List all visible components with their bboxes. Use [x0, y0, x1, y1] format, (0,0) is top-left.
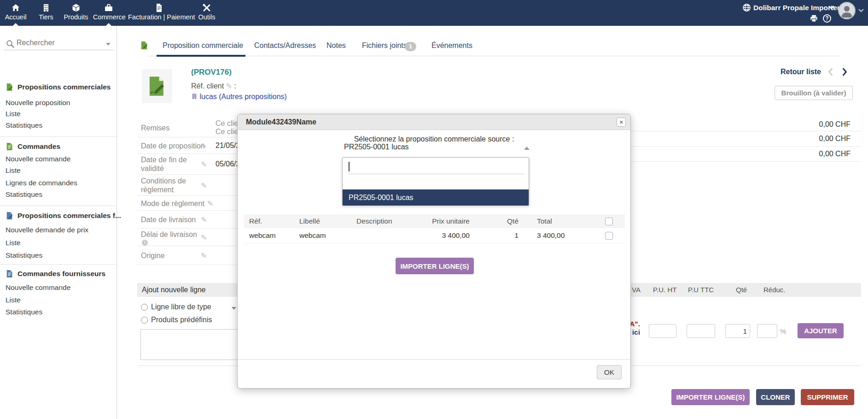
- invoice-icon: [154, 3, 163, 12]
- printer-icon[interactable]: [810, 14, 818, 23]
- divider: [0, 136, 117, 137]
- row-checkbox[interactable]: [605, 232, 613, 240]
- sidebar-section-commandes-fournisseurs[interactable]: Commandes fournisseurs: [6, 270, 105, 278]
- select-all-checkbox[interactable]: [605, 218, 613, 225]
- edit-icon[interactable]: ✎: [201, 251, 207, 260]
- qty-input[interactable]: [725, 324, 750, 338]
- sidebar-item-statistiques-commandes-fourn[interactable]: Statistiques: [6, 308, 42, 316]
- sidebar-item-nouvelle-commande[interactable]: Nouvelle commande: [6, 155, 70, 163]
- total-row: 0,00 CHF: [631, 118, 861, 131]
- reduc-input[interactable]: [757, 324, 777, 338]
- tab-evenements[interactable]: Événements: [431, 41, 472, 50]
- sidebar-section-propales[interactable]: Propositions commerciales: [6, 83, 111, 91]
- edit-icon[interactable]: ✎: [201, 160, 207, 169]
- search-input[interactable]: [17, 39, 99, 47]
- dropdown-search-input[interactable]: [348, 159, 524, 174]
- dialog-prompt: Sélectionnez la proposition commerciale …: [238, 135, 630, 143]
- importer-lignes-button[interactable]: IMPORTER LIGNE(S): [671, 389, 750, 405]
- dropdown-option-selected[interactable]: PR2505-0001 lucas: [343, 189, 529, 206]
- tab-contacts-adresses[interactable]: Contacts/Adresses: [254, 41, 316, 50]
- sidebar-item-statistiques-demandes[interactable]: Statistiques: [6, 251, 42, 260]
- nav-item-tiers[interactable]: Tiers: [35, 0, 57, 26]
- edit-icon[interactable]: ✎: [226, 82, 232, 90]
- sidebar-item-liste-commandes-fourn[interactable]: Liste: [6, 296, 21, 304]
- field-row-date-fin-validite: Date de fin de validité ✎ 05/06/2: [137, 154, 237, 175]
- edit-icon[interactable]: ✎: [201, 215, 207, 224]
- tab-fichiers-joints[interactable]: Fichiers joints: [362, 41, 407, 50]
- sidebar-item-liste-commandes[interactable]: Liste: [6, 166, 21, 175]
- edit-icon[interactable]: ✎: [201, 233, 207, 242]
- col-header-puttc: P.U TTC: [688, 283, 714, 297]
- order-doc-icon: [6, 270, 14, 278]
- info-icon[interactable]: i: [142, 240, 148, 246]
- chevron-down-icon[interactable]: [858, 8, 864, 12]
- sidebar-item-statistiques-commandes[interactable]: Statistiques: [6, 190, 42, 199]
- percent-sign: %: [780, 327, 786, 335]
- help-icon[interactable]: ?: [823, 14, 831, 23]
- total-row: 0,00 CHF: [631, 147, 861, 162]
- edit-icon[interactable]: ✎: [201, 141, 207, 150]
- radio-ligne-libre[interactable]: Ligne libre de type: [141, 303, 211, 311]
- line-description-textarea[interactable]: [140, 329, 238, 360]
- importer-lignes-modal-button[interactable]: IMPORTER LIGNE(S): [396, 258, 474, 274]
- puht-input[interactable]: [649, 324, 676, 338]
- radio-produits-predefinis[interactable]: Produits prédéfinis: [141, 316, 212, 324]
- edit-icon[interactable]: ✎: [207, 199, 213, 207]
- sidebar-item-liste-propales[interactable]: Liste: [6, 110, 21, 118]
- attachments-count-badge: 1: [405, 42, 416, 51]
- ajouter-button[interactable]: AJOUTER: [798, 323, 844, 338]
- nav-item-accueil[interactable]: Accueil: [4, 0, 28, 26]
- dialog-title: Module432439Name: [246, 114, 316, 130]
- nav-item-outils[interactable]: Outils: [195, 0, 218, 26]
- select-caret-up-icon[interactable]: [524, 147, 530, 150]
- avatar[interactable]: [838, 2, 856, 19]
- status-badge: Brouillon (à valider): [775, 86, 853, 100]
- divider: [238, 359, 630, 360]
- home-icon: [11, 3, 20, 12]
- field-row-mode-reglement: Mode de règlement ✎: [137, 196, 237, 211]
- field-row-origine: Origine ✎: [137, 246, 237, 265]
- next-record-icon[interactable]: [842, 68, 847, 76]
- customer-line: lucas (Autres propositions): [191, 93, 287, 101]
- dialog-titlebar[interactable]: Module432439Name ×: [238, 114, 630, 130]
- sidebar-section-commandes[interactable]: Commandes: [6, 142, 60, 151]
- sidebar-item-statistiques-propales[interactable]: Statistiques: [6, 121, 42, 130]
- sidebar-item-nouvelle-proposition[interactable]: Nouvelle proposition: [6, 99, 70, 107]
- search-dropdown-caret-icon[interactable]: [106, 43, 111, 46]
- sidebar: Propositions commerciales Nouvelle propo…: [0, 26, 117, 419]
- supprimer-button[interactable]: SUPPRIMER: [801, 389, 854, 405]
- radio-icon[interactable]: [141, 317, 148, 324]
- back-to-list-link[interactable]: Retour liste: [781, 68, 821, 76]
- text-cursor: [349, 162, 350, 171]
- divider: [0, 206, 117, 206]
- ref-client-line: Réf. client ✎ :: [191, 82, 236, 90]
- active-caret-commerce: [106, 23, 111, 26]
- other-proposals-link[interactable]: (Autres propositions): [219, 93, 287, 100]
- puttc-input[interactable]: [687, 324, 715, 338]
- sidebar-item-nouvelle-commande-fourn[interactable]: Nouvelle commande: [6, 283, 70, 292]
- sidebar-item-lignes-commandes[interactable]: Lignes de commandes: [6, 179, 77, 187]
- cloner-button[interactable]: CLONER: [756, 389, 795, 405]
- nav-item-commerce[interactable]: Commerce: [93, 0, 124, 26]
- source-lines-table: Réf. Libellé Description Prix unitaire Q…: [244, 214, 625, 243]
- sidebar-item-liste-demandes[interactable]: Liste: [6, 239, 21, 247]
- sidebar-item-nouvelle-demande-prix[interactable]: Nouvelle demande de prix: [6, 226, 88, 234]
- nav-item-facturation[interactable]: Facturation | Paiement: [128, 0, 190, 26]
- edit-icon[interactable]: ✎: [201, 181, 207, 189]
- user-menu-label[interactable]: Dolibarr Propale Importer: [753, 4, 840, 12]
- source-proposal-select[interactable]: PR2505-0001 lucas: [344, 143, 409, 151]
- type-select-caret-icon[interactable]: [232, 307, 236, 310]
- tab-proposition-commerciale[interactable]: Proposition commerciale: [163, 41, 243, 50]
- close-icon[interactable]: ×: [617, 118, 626, 127]
- customer-link[interactable]: lucas: [199, 93, 216, 100]
- sidebar-section-propales-fournisseurs[interactable]: Propositions commerciales f...: [6, 212, 121, 220]
- nav-item-produits[interactable]: Produits: [61, 0, 91, 26]
- radio-icon[interactable]: [141, 304, 148, 311]
- globe-icon: [742, 3, 751, 12]
- field-row-date-proposition: Date de proposition ✎ 21/05/2: [137, 137, 237, 154]
- chevron-down-icon[interactable]: [828, 5, 834, 10]
- ok-button[interactable]: OK: [597, 365, 622, 379]
- divider: [0, 264, 117, 265]
- tab-notes[interactable]: Notes: [326, 41, 346, 50]
- document-ref: (PROV176): [191, 68, 232, 77]
